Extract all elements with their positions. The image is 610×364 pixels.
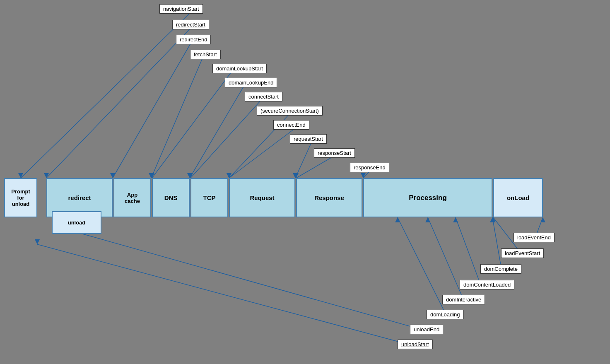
phase-dns: DNS [152, 178, 190, 217]
svg-line-17 [398, 217, 447, 317]
label-domloading: domLoading [427, 310, 464, 319]
label-redirectend: redirectEnd [176, 35, 211, 44]
phase-appcache: Appcache [113, 178, 151, 217]
label-domainlookupstart: domainLookupStart [212, 64, 267, 73]
svg-line-10 [296, 156, 335, 178]
label-navigationstart: navigationStart [159, 4, 203, 14]
label-fetchstart: fetchStart [190, 50, 221, 59]
svg-marker-28 [227, 173, 231, 178]
svg-line-3 [151, 57, 203, 178]
label-loadeventstart: loadEventStart [501, 248, 544, 258]
unload-box: unload [52, 211, 101, 234]
label-domcomplete: domComplete [480, 264, 521, 274]
label-dominteractive: domInteractive [442, 295, 485, 304]
label-requeststart: requestStart [290, 134, 327, 144]
svg-marker-21 [44, 173, 49, 178]
svg-marker-39 [35, 239, 40, 244]
phase-request: Request [229, 178, 295, 217]
svg-line-18 [83, 234, 431, 332]
label-domcontentloaded: domContentLoaded [460, 280, 514, 289]
phase-tcp: TCP [190, 178, 228, 217]
svg-line-15 [456, 217, 482, 287]
label-connectstart: connectStart [245, 92, 282, 101]
label-connectend: connectEnd [273, 120, 309, 130]
svg-marker-20 [18, 173, 23, 178]
label-redirectstart: redirectStart [172, 20, 209, 29]
label-responseend: responseEnd [350, 163, 389, 172]
svg-line-0 [21, 12, 191, 178]
label-domainlookupend: domainLookupEnd [225, 78, 277, 87]
svg-line-14 [492, 217, 502, 272]
label-unloadstart: unloadStart [398, 340, 433, 349]
svg-line-8 [229, 128, 296, 178]
phase-processing: Processing [363, 178, 492, 217]
svg-line-6 [190, 99, 262, 178]
label-loadeventend: loadEventEnd [514, 233, 555, 242]
phase-onload: onLoad [493, 178, 543, 217]
svg-line-1 [46, 27, 191, 178]
diagram-container: Promptforunload redirect Appcache DNS TC… [0, 0, 610, 364]
svg-marker-32 [540, 217, 545, 222]
phase-prompt: Promptforunload [4, 178, 37, 217]
svg-line-9 [295, 142, 312, 178]
svg-marker-37 [395, 217, 400, 222]
svg-line-19 [37, 244, 418, 347]
label-responsestart: responseStart [314, 148, 355, 158]
svg-marker-35 [453, 217, 458, 222]
label-secureconnstart: (secureConnectionStart) [257, 106, 323, 116]
label-unloadend: unloadEnd [410, 325, 443, 334]
svg-marker-31 [361, 173, 366, 178]
svg-line-4 [152, 71, 232, 178]
phase-response: Response [296, 178, 362, 217]
svg-line-5 [190, 85, 244, 178]
svg-line-2 [113, 42, 191, 178]
svg-marker-36 [425, 217, 430, 222]
